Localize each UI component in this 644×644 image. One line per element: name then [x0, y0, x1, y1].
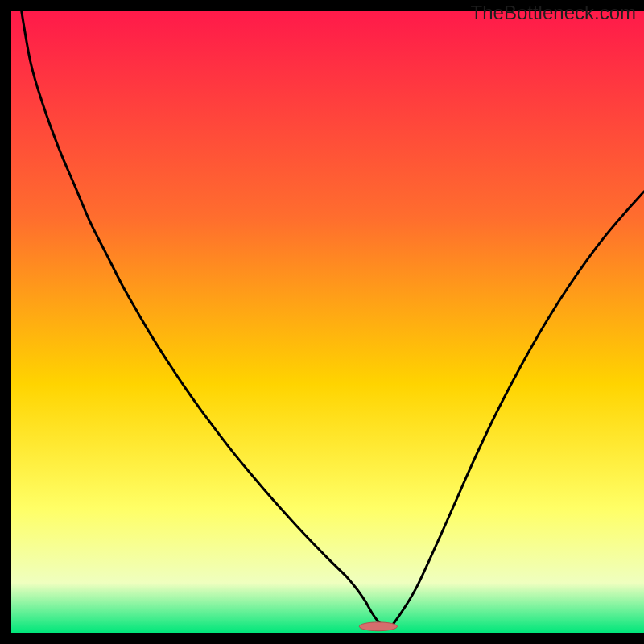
gradient-background [11, 11, 644, 633]
bottleneck-chart [0, 0, 644, 644]
chart-stage: TheBottleneck.com [0, 0, 644, 644]
optimal-point-marker [359, 622, 397, 631]
